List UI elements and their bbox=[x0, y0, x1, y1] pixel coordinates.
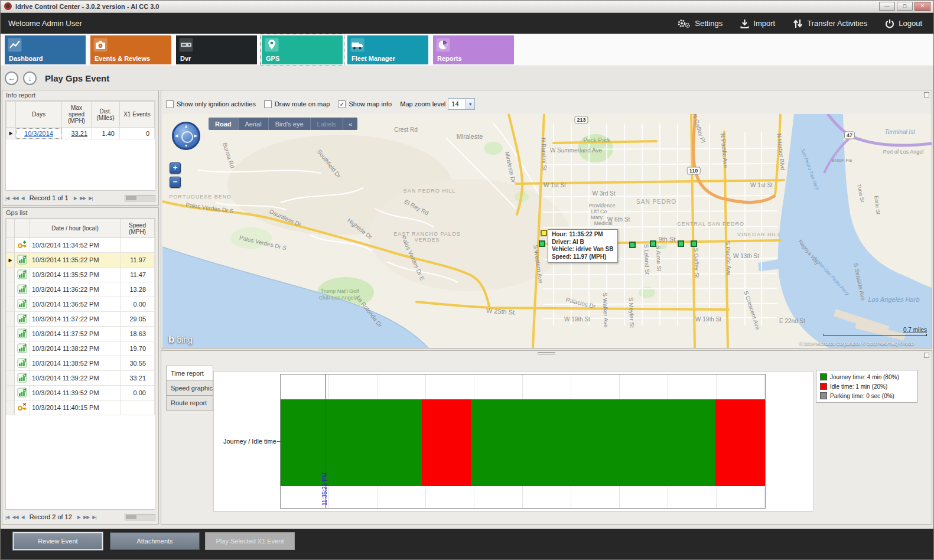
gps-list-row[interactable]: 10/3/2014 11:40:15 PM bbox=[6, 401, 155, 415]
timeline-segment-idle bbox=[422, 399, 471, 486]
gps-list-row[interactable]: 10/3/2014 11:39:22 PM33.21 bbox=[6, 371, 155, 386]
map-view-tab-labels[interactable]: Labels bbox=[310, 118, 343, 130]
horizontal-scrollbar[interactable] bbox=[125, 514, 155, 520]
pager-prev-button[interactable]: ◀ bbox=[21, 196, 24, 201]
gps-green-marker[interactable] bbox=[678, 240, 684, 247]
timeline-bar bbox=[281, 399, 765, 486]
module-tab-fleet[interactable]: Fleet Manager bbox=[347, 35, 428, 64]
checkbox-show-only-ignition[interactable]: Show only ignition activities bbox=[166, 100, 256, 108]
row-indicator: ▶ bbox=[6, 253, 15, 268]
import-button[interactable]: Import bbox=[740, 19, 775, 28]
map-view-tab-bird-s-eye[interactable]: Bird's eye bbox=[268, 118, 310, 130]
scrollbar-thumb[interactable] bbox=[126, 196, 136, 200]
checkbox-draw-route[interactable]: Draw route on map bbox=[264, 100, 330, 108]
gps-list-row[interactable]: 10/3/2014 11:35:52 PM11.47 bbox=[6, 268, 155, 282]
compass-north-arrow: ▲ bbox=[184, 124, 188, 128]
pager-next-page-button[interactable]: ▶▶ bbox=[80, 196, 86, 201]
import-label: Import bbox=[753, 19, 775, 28]
pager-prev-page-button[interactable]: ◀◀ bbox=[12, 196, 18, 201]
pager-next-page-button[interactable]: ▶▶ bbox=[83, 515, 89, 520]
map-zoom-select[interactable]: 14 ▼ bbox=[448, 98, 475, 110]
module-tab-label: Reports bbox=[437, 55, 462, 62]
icon-column-header bbox=[15, 219, 30, 238]
timeline-segment-journey bbox=[471, 399, 715, 486]
topbar-actions: SettingsImportTransfer ActivitiesLogout bbox=[676, 18, 922, 28]
info-column-header[interactable]: Days bbox=[16, 102, 62, 128]
gps-yellow-marker[interactable] bbox=[541, 230, 547, 236]
bing-map[interactable]: MiralesteCrest RdBurma RdSouthfield DrMi… bbox=[162, 114, 932, 348]
gps-row-date: 10/3/2014 11:38:52 PM bbox=[30, 356, 121, 371]
map-menu-collapse-button[interactable]: « bbox=[343, 118, 357, 130]
pager-next-button[interactable]: ▶ bbox=[77, 515, 80, 520]
map-zoom-in-button[interactable]: + bbox=[170, 162, 181, 174]
gps-green-marker[interactable] bbox=[629, 242, 636, 248]
gps-list-pager: |◀ ◀◀ ◀ Record 2 of 12 ▶ ▶▶ ▶| bbox=[5, 511, 155, 523]
gps-row-date: 10/3/2014 11:40:15 PM bbox=[30, 401, 121, 415]
dashboard-icon bbox=[8, 38, 22, 53]
gps-row-speed: 11.47 bbox=[121, 268, 155, 282]
gps-column-header[interactable]: Speed (MPH) bbox=[121, 219, 155, 238]
info-report-row[interactable]: ▶10/3/201433.211.400 bbox=[6, 128, 155, 139]
module-tab-gps[interactable]: GPS bbox=[262, 35, 343, 64]
scrollbar-thumb[interactable] bbox=[126, 515, 136, 519]
horizontal-scrollbar[interactable] bbox=[125, 195, 155, 201]
info-column-header[interactable]: Max speed (MPH) bbox=[62, 102, 92, 128]
legend-label: Journey time: 4 min (80%) bbox=[830, 374, 899, 380]
splitter-grip[interactable] bbox=[538, 352, 555, 354]
module-tab-dashboard[interactable]: Dashboard bbox=[5, 35, 86, 64]
pager-next-button[interactable]: ▶ bbox=[74, 196, 77, 201]
gps-green-marker[interactable] bbox=[650, 240, 656, 247]
pager-prev-button[interactable]: ◀ bbox=[21, 515, 24, 520]
legend-item: Parking time: 0 sec (0%) bbox=[820, 392, 913, 399]
attachments-button[interactable]: Attachments bbox=[110, 532, 200, 550]
pager-first-button[interactable]: |◀ bbox=[5, 196, 9, 201]
gps-green-marker[interactable] bbox=[691, 240, 697, 247]
settings-button[interactable]: Settings bbox=[676, 18, 723, 28]
pager-last-button[interactable]: ▶| bbox=[89, 196, 92, 201]
info-column-header[interactable]: X1 Events bbox=[120, 102, 155, 128]
module-tab-dvr[interactable]: Dvr bbox=[176, 35, 257, 64]
gps-list-row[interactable]: 10/3/2014 11:38:22 PM19.70 bbox=[6, 341, 155, 356]
map-zoom-out-button[interactable]: − bbox=[170, 177, 181, 188]
map-view-tab-road[interactable]: Road bbox=[209, 118, 238, 130]
gps-list-row[interactable]: 10/3/2014 11:36:22 PM13.28 bbox=[6, 282, 155, 297]
pager-first-button[interactable]: |◀ bbox=[5, 515, 9, 520]
tab-route-report[interactable]: Route report bbox=[166, 395, 213, 411]
gps-list-row[interactable]: 10/3/2014 11:37:22 PM29.05 bbox=[6, 312, 155, 327]
transfer-button[interactable]: Transfer Activities bbox=[793, 19, 867, 28]
ignition-on-icon bbox=[15, 238, 30, 253]
gps-green-marker[interactable] bbox=[539, 240, 545, 247]
gps-list-row[interactable]: 10/3/2014 11:39:52 PM0.00 bbox=[6, 386, 155, 401]
close-button[interactable]: ✕ bbox=[915, 2, 930, 11]
row-indicator bbox=[6, 312, 15, 327]
pager-last-button[interactable]: ▶| bbox=[92, 515, 96, 520]
review-event-button[interactable]: Review Event bbox=[13, 532, 103, 550]
info-days-link[interactable]: 10/3/2014 bbox=[24, 130, 53, 137]
info-max-speed-link[interactable]: 33.21 bbox=[71, 130, 87, 137]
maximize-button[interactable]: □ bbox=[897, 2, 913, 11]
row-indicator bbox=[6, 297, 15, 312]
pager-prev-page-button[interactable]: ◀◀ bbox=[12, 515, 18, 520]
down-button[interactable]: ↓ bbox=[23, 71, 37, 85]
checkbox-show-map-info[interactable]: ✓Show map info bbox=[338, 100, 392, 108]
map-checkboxes: Show only ignition activitiesDraw route … bbox=[166, 100, 392, 108]
back-button[interactable]: ← bbox=[5, 71, 18, 85]
gps-row-date: 10/3/2014 11:39:52 PM bbox=[30, 386, 121, 401]
logout-button[interactable]: Logout bbox=[885, 19, 922, 28]
map-panel-collapse-button[interactable] bbox=[924, 92, 929, 97]
minimize-button[interactable]: — bbox=[879, 2, 895, 11]
time-panel-collapse-button[interactable] bbox=[924, 353, 929, 358]
map-compass[interactable]: ▲ ▼ ◀ ▶ bbox=[172, 122, 200, 150]
gps-list-row[interactable]: ▶10/3/2014 11:35:22 PM11.97 bbox=[6, 253, 155, 268]
tab-time-report[interactable]: Time report bbox=[166, 366, 213, 381]
gps-list-row[interactable]: 10/3/2014 11:37:52 PM18.63 bbox=[6, 327, 155, 341]
map-view-tab-aerial[interactable]: Aerial bbox=[238, 118, 268, 130]
tab-speed-graphic[interactable]: Speed graphic bbox=[166, 380, 213, 396]
module-tab-events[interactable]: Events & Reviews bbox=[90, 35, 171, 64]
gps-list-row[interactable]: 10/3/2014 11:36:52 PM0.00 bbox=[6, 297, 155, 312]
info-column-header[interactable]: Dist. (Miles) bbox=[92, 102, 120, 128]
gps-list-row[interactable]: 10/3/2014 11:34:52 PM bbox=[6, 238, 155, 253]
gps-list-row[interactable]: 10/3/2014 11:38:52 PM30.55 bbox=[6, 356, 155, 371]
gps-column-header[interactable]: Date / hour (local) bbox=[30, 219, 121, 238]
module-tab-reports[interactable]: Reports bbox=[433, 35, 514, 64]
